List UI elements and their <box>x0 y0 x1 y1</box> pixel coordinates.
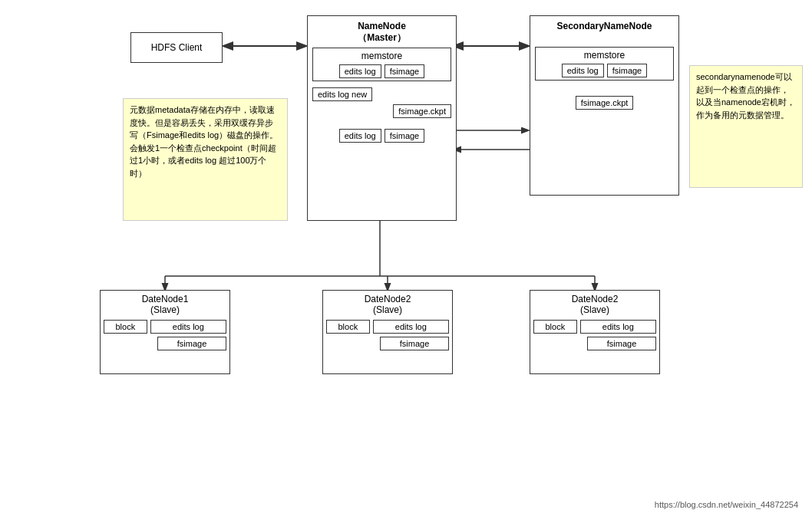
note-box-secondary: secondarynamenode可以起到一个检查点的操作，以及当namenod… <box>689 65 803 188</box>
namenode-memstore-label: memstore <box>315 51 448 61</box>
datanode3-edits-log: edits log <box>580 320 656 334</box>
secondary-namenode-box: SecondaryNameNode memstore edits log fsi… <box>530 15 679 196</box>
secondary-fsimage-top: fsimage <box>607 64 648 77</box>
namenode-fsimage-ckpt: fsimage.ckpt <box>393 104 451 118</box>
datanode1-line2: (Slave) <box>104 304 226 315</box>
secondary-edits-log: edits log <box>562 64 604 77</box>
note-box-metadata: 元数据metadata存储在内存中，读取速度快。但是容易丢失，采用双缓存异步写（… <box>123 98 288 221</box>
datanode1-title: DateNode1 (Slave) <box>104 294 226 315</box>
namenode-edits-log: edits log <box>339 64 381 78</box>
hdfs-client-label: HDFS Client <box>151 42 203 53</box>
note-text: 元数据metadata存储在内存中，读取速度快。但是容易丢失，采用双缓存异步写（… <box>130 105 278 178</box>
datanode3-fsimage: fsimage <box>587 337 656 350</box>
datanode2-block: block <box>326 320 370 334</box>
url-text: https://blog.csdn.net/weixin_44872254 <box>655 500 798 509</box>
secondary-note-text: secondarynamenode可以起到一个检查点的操作，以及当namenod… <box>696 72 795 120</box>
datanode2-line1: DateNode2 <box>326 294 449 304</box>
namenode-fsimage-top: fsimage <box>385 64 425 78</box>
datanode1-edits-log: edits log <box>150 320 226 334</box>
datanode2-line2: (Slave) <box>326 304 449 315</box>
namenode-fsimage-bottom: fsimage <box>385 129 425 143</box>
datanode3-block: block <box>533 320 577 334</box>
datanode1-line1: DateNode1 <box>104 294 226 304</box>
namenode-box: NameNode （Master） memstore edits log fsi… <box>307 15 457 221</box>
datanode3-box: DateNode2 (Slave) block edits log fsimag… <box>530 290 660 374</box>
namenode-title: NameNode （Master） <box>312 21 451 44</box>
datanode2-title: DateNode2 (Slave) <box>326 294 449 315</box>
secondary-namenode-title: SecondaryNameNode <box>535 21 674 31</box>
datanode1-fsimage: fsimage <box>157 337 226 350</box>
datanode1-box: DateNode1 (Slave) block edits log fsimag… <box>100 290 230 374</box>
namenode-line2: （Master） <box>312 31 451 44</box>
secondary-memstore-label: memstore <box>538 50 671 61</box>
datanode1-block: block <box>104 320 147 334</box>
diagram-canvas: HDFS Client NameNode （Master） memstore e… <box>0 0 812 523</box>
datanode3-title: DateNode2 (Slave) <box>533 294 656 315</box>
datanode3-line2: (Slave) <box>533 304 656 315</box>
datanode2-edits-log: edits log <box>373 320 449 334</box>
datanode3-line1: DateNode2 <box>533 294 656 304</box>
datanode2-fsimage: fsimage <box>380 337 449 350</box>
namenode-edits-log-bottom: edits log <box>339 129 381 143</box>
datanode2-box: DateNode2 (Slave) block edits log fsimag… <box>322 290 453 374</box>
secondary-fsimage-ckpt: fsimage.ckpt <box>576 96 634 110</box>
namenode-edits-log-new: edits log new <box>312 87 372 101</box>
namenode-line1: NameNode <box>312 21 451 31</box>
hdfs-client-box: HDFS Client <box>130 32 223 63</box>
